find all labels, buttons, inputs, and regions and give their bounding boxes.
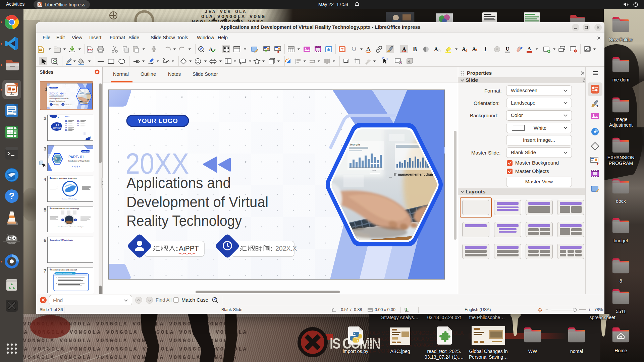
svg-text:Introduction to Virtual Realit: Introduction to Virtual Reality bbox=[68, 160, 90, 162]
svg-text:A: A bbox=[462, 46, 466, 52]
svg-text:U: U bbox=[506, 46, 509, 52]
svg-text:AiPPT: AiPPT bbox=[56, 104, 59, 105]
svg-text:Development of Virtual: Development of Virtual bbox=[126, 194, 268, 210]
svg-text:AiPPT: AiPPT bbox=[179, 244, 199, 252]
svg-text:A: A bbox=[434, 46, 438, 52]
svg-text:Applications and: Applications and bbox=[49, 95, 63, 97]
svg-text:Definition and Basic Principle: Definition and Basic Principles bbox=[50, 177, 77, 179]
svg-text:Explanation of VR Technologies: Explanation of VR Technologies bbox=[50, 239, 73, 241]
svg-text:VR architecture and core techn: VR architecture and core technology bbox=[50, 207, 79, 209]
svg-text:PDF: PDF bbox=[88, 49, 93, 52]
svg-text:CONTENTS: CONTENTS bbox=[53, 127, 62, 129]
svg-text:05.: 05. bbox=[65, 129, 68, 131]
svg-text:03.: 03. bbox=[65, 124, 68, 126]
svg-text:Reality Technology: Reality Technology bbox=[49, 100, 65, 102]
svg-text:A: A bbox=[528, 46, 531, 51]
svg-text:Immersive play technology: Immersive play technology bbox=[56, 273, 72, 274]
svg-text:IT: IT bbox=[372, 167, 376, 172]
svg-text:YOUR LOGO: YOUR LOGO bbox=[138, 117, 178, 124]
svg-text:A: A bbox=[402, 46, 406, 52]
svg-text:A: A bbox=[472, 46, 476, 52]
svg-text:I: I bbox=[484, 46, 487, 53]
svg-text:PART- 01: PART- 01 bbox=[68, 155, 84, 159]
svg-text:VR content creation and core c: VR content creation and core craft bbox=[50, 269, 77, 271]
svg-text:08.: 08. bbox=[77, 124, 80, 126]
svg-text:Reality Technology: Reality Technology bbox=[126, 213, 242, 229]
svg-text:IT managemement digital: IT managemement digital bbox=[394, 172, 436, 176]
svg-text:Applications and: Applications and bbox=[126, 175, 231, 191]
svg-text:B: B bbox=[413, 46, 417, 53]
svg-text:?: ? bbox=[9, 191, 15, 201]
svg-text:Definition of VR technology: Definition of VR technology bbox=[62, 198, 76, 200]
svg-text:A: A bbox=[366, 46, 370, 52]
svg-text:A: A bbox=[595, 103, 599, 108]
svg-text:Development of Virtual: Development of Virtual bbox=[49, 98, 68, 100]
svg-text:202X.X: 202X.X bbox=[275, 245, 297, 252]
svg-text:Core: VR hardware + software b: Core: VR hardware + software basic techn… bbox=[58, 226, 84, 228]
svg-text:01.: 01. bbox=[65, 120, 68, 122]
svg-text:YOUR LOGO: YOUR LOGO bbox=[82, 150, 90, 152]
svg-text:06.: 06. bbox=[77, 120, 80, 122]
svg-text:20XX: 20XX bbox=[49, 91, 58, 96]
svg-text:Ω: Ω bbox=[352, 46, 356, 53]
svg-text:04.: 04. bbox=[65, 127, 68, 129]
